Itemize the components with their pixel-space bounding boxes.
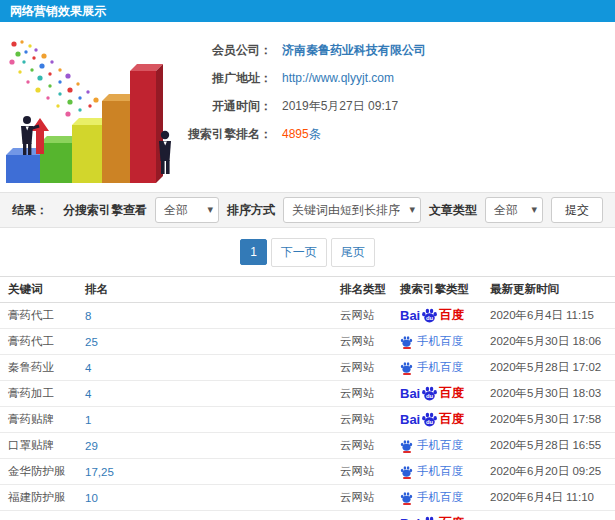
page: 网络营销效果展示 (0, 0, 615, 520)
sort-select[interactable]: 关键词由短到长排序 (283, 197, 421, 223)
rank-link[interactable]: 10 (85, 492, 98, 504)
updated-cell: 2020年5月28日 16:55 (482, 433, 615, 459)
promo-url-row: 推广地址： http://www.qlyyjt.com (162, 64, 426, 92)
rank-cell: 29 (77, 433, 332, 459)
bar-red (130, 64, 163, 183)
mobile-baidu-logo: 手机百度 (400, 490, 463, 505)
col-header-engine-type: 搜索引擎类型 (392, 277, 482, 303)
rank-type-cell: 云网站 (332, 433, 392, 459)
table-row: 金华防护服17,25云网站手机百度2020年6月20日 09:25 (0, 459, 615, 485)
rank-link[interactable]: 8 (85, 310, 91, 322)
open-time-value: 2019年5月27日 09:17 (282, 98, 398, 115)
rank-link[interactable]: 29 (85, 440, 98, 452)
rank-cell: 4 (77, 381, 332, 407)
title-bar: 网络营销效果展示 (0, 0, 615, 22)
baidu-paw-icon: du (421, 515, 438, 520)
updated-cell: 2020年5月30日 18:03 (482, 381, 615, 407)
svg-text:du: du (426, 419, 434, 425)
keyword-rank-table: 关键词 排名 排名类型 搜索引擎类型 最新更新时间 膏药代工8云网站Baidu百… (0, 276, 615, 520)
engine-rank-suffix: 条 (309, 126, 321, 143)
mobile-baidu-label: 手机百度 (417, 490, 463, 505)
updated-cell: 2020年6月4日 11:15 (482, 303, 615, 329)
engine-type-cell: Baidu百度 (392, 303, 482, 329)
baidu-paw-icon (400, 439, 413, 452)
engine-type-cell: Baidu百度 (392, 407, 482, 433)
baidu-logo-text: Bai (400, 308, 420, 323)
baidu-logo-cn: 百度 (439, 515, 464, 520)
baidu-logo: Baidu百度 (400, 515, 464, 520)
keyword-cell: 膏药代工 (0, 329, 77, 355)
rank-link[interactable]: 4 (85, 388, 91, 400)
rank-type-cell: 云网站 (332, 459, 392, 485)
baidu-paw-icon: du (421, 385, 438, 402)
engine-filter-select-wrap: 全部 (155, 197, 219, 223)
table-row: 膏药代工25云网站手机百度2020年5月30日 18:06 (0, 329, 615, 355)
updated-cell (482, 511, 615, 520)
col-header-rank-type: 排名类型 (332, 277, 392, 303)
baidu-logo-text: Bai (400, 516, 420, 520)
updated-cell: 2020年6月4日 11:10 (482, 485, 615, 511)
filter-controls: 分搜索引擎查看 全部 排序方式 关键词由短到长排序 文章类型 全部 提交 (63, 197, 603, 223)
rank-link[interactable]: 4 (85, 362, 91, 374)
rank-cell: 8 (77, 303, 332, 329)
rank-type-cell: 云网站 (332, 407, 392, 433)
keyword-cell: 金华防护服 (0, 459, 77, 485)
engine-type-cell: Baidu百度 (392, 381, 482, 407)
baidu-logo-cn: 百度 (439, 307, 464, 324)
open-time-row: 开通时间： 2019年5月27日 09:17 (162, 92, 426, 120)
keyword-cell: 膏药加工 (0, 381, 77, 407)
rank-type-cell: 云网站 (332, 303, 392, 329)
engine-type-cell: 手机百度 (392, 433, 482, 459)
mobile-baidu-logo: 手机百度 (400, 464, 463, 479)
promo-url-link[interactable]: http://www.qlyyjt.com (282, 71, 394, 85)
engine-view-label: 分搜索引擎查看 (63, 202, 147, 219)
keyword-cell (0, 511, 77, 520)
mobile-baidu-icon (400, 439, 413, 452)
baidu-logo-text: Bai (400, 386, 420, 401)
engine-filter-select[interactable]: 全部 (155, 197, 219, 223)
baidu-logo: Baidu百度 (400, 307, 464, 324)
page-title: 网络营销效果展示 (10, 4, 106, 18)
col-header-keyword: 关键词 (0, 277, 77, 303)
mobile-baidu-label: 手机百度 (417, 360, 463, 375)
pagination-last[interactable]: 尾页 (331, 238, 375, 267)
mobile-baidu-logo: 手机百度 (400, 360, 463, 375)
article-type-select[interactable]: 全部 (485, 197, 543, 223)
filter-bar: 结果： 分搜索引擎查看 全部 排序方式 关键词由短到长排序 文章类型 全部 提交 (0, 192, 615, 228)
rank-cell: 25 (77, 329, 332, 355)
rank-type-cell: 云网站 (332, 329, 392, 355)
pagination-next[interactable]: 下一页 (271, 238, 327, 267)
sort-select-wrap: 关键词由短到长排序 (283, 197, 421, 223)
mobile-baidu-icon (400, 491, 413, 504)
baidu-logo-text: Bai (400, 412, 420, 427)
engine-rank-label: 搜索引擎排名： (162, 126, 272, 143)
rank-link[interactable]: 1 (85, 414, 91, 426)
table-row: 口罩贴牌29云网站手机百度2020年5月28日 16:55 (0, 433, 615, 459)
baidu-logo: Baidu百度 (400, 385, 464, 402)
mobile-baidu-label: 手机百度 (417, 334, 463, 349)
sort-label: 排序方式 (227, 202, 275, 219)
table-row-partial: Baidu百度 (0, 511, 615, 520)
pagination-page-1[interactable]: 1 (240, 239, 267, 265)
baidu-paw-icon (400, 465, 413, 478)
updated-cell: 2020年5月30日 18:06 (482, 329, 615, 355)
table-row: 福建防护服10云网站手机百度2020年6月4日 11:10 (0, 485, 615, 511)
rank-type-cell: 云网站 (332, 355, 392, 381)
keyword-cell: 膏药代工 (0, 303, 77, 329)
baidu-logo: Baidu百度 (400, 411, 464, 428)
mobile-baidu-logo: 手机百度 (400, 438, 463, 453)
rank-cell: 10 (77, 485, 332, 511)
bar-chart-illustration (0, 22, 178, 192)
submit-button[interactable]: 提交 (551, 197, 603, 223)
open-time-label: 开通时间： (162, 98, 272, 115)
baidu-paw-icon (400, 491, 413, 504)
rank-type-cell (332, 511, 392, 520)
rank-type-cell: 云网站 (332, 381, 392, 407)
updated-cell: 2020年6月20日 09:25 (482, 459, 615, 485)
member-company-link[interactable]: 济南秦鲁药业科技有限公司 (282, 42, 426, 59)
header-section: 会员公司： 济南秦鲁药业科技有限公司 推广地址： http://www.qlyy… (0, 22, 615, 192)
member-company-row: 会员公司： 济南秦鲁药业科技有限公司 (162, 36, 426, 64)
rank-link[interactable]: 25 (85, 336, 98, 348)
rank-link[interactable]: 17,25 (85, 466, 114, 478)
rank-cell (77, 511, 332, 520)
